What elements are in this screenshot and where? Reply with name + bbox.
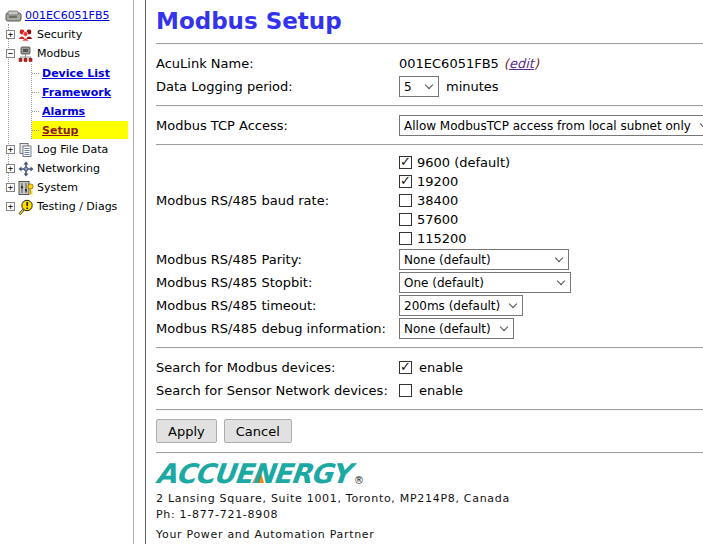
timeout-value: 200ms (default) xyxy=(404,299,500,313)
stopbit-row: Modbus RS/485 Stopbit: One (default) xyxy=(156,271,703,294)
baud-rate-row: Modbus RS/485 baud rate: 9600 (default) … xyxy=(156,153,703,248)
accuenergy-logo-text: ACCUENERGY xyxy=(155,461,352,487)
diagnostics-magnifier-icon: ! xyxy=(17,199,35,215)
sidebar-item-framework[interactable]: Framework xyxy=(32,83,133,101)
baud-19200-checkbox[interactable] xyxy=(399,175,412,188)
baud-option-label: 38400 xyxy=(417,193,458,208)
alarms-link[interactable]: Alarms xyxy=(42,105,85,118)
data-logging-select[interactable]: 5 xyxy=(399,76,439,97)
chevron-down-icon xyxy=(425,81,433,89)
accuenergy-logo: ACCUENERGY ® xyxy=(156,461,703,487)
edit-link[interactable]: edit xyxy=(509,56,534,71)
device-list-link[interactable]: Device List xyxy=(42,67,110,80)
debug-label: Modbus RS/485 debug information: xyxy=(156,321,399,336)
expand-icon[interactable]: + xyxy=(6,202,15,211)
chevron-down-icon xyxy=(509,300,517,308)
frame-divider xyxy=(134,0,146,544)
baud-option: 38400 xyxy=(399,191,510,210)
system-settings-icon xyxy=(17,180,35,196)
svg-text:!: ! xyxy=(25,200,29,210)
data-logging-value: 5 xyxy=(404,80,412,94)
modbus-network-icon xyxy=(17,46,35,62)
sidebar-item-label: System xyxy=(37,181,78,194)
timeout-select[interactable]: 200ms (default) xyxy=(399,295,523,316)
tree-stub xyxy=(32,130,39,131)
search-modbus-row: Search for Modbus devices: enable xyxy=(156,356,703,379)
baud-option: 57600 xyxy=(399,210,510,229)
baud-57600-checkbox[interactable] xyxy=(399,213,412,226)
sidebar-item-log-file-data[interactable]: + Log File Data xyxy=(6,140,133,159)
baud-38400-checkbox[interactable] xyxy=(399,194,412,207)
baud-rate-options: 9600 (default) 19200 38400 57600 115200 xyxy=(399,153,510,248)
logo-n-with-triangle: N xyxy=(251,461,275,487)
sidebar-item-label: Networking xyxy=(37,162,100,175)
divider xyxy=(156,144,703,146)
sidebar-item-device-list[interactable]: Device List xyxy=(32,64,133,82)
chevron-down-icon xyxy=(499,323,507,331)
apply-button[interactable]: Apply xyxy=(156,419,217,443)
modbus-subtree: Device List Framework Alarms Setup xyxy=(31,64,133,139)
sidebar-item-setup-selected[interactable]: Setup xyxy=(32,121,128,139)
expand-icon[interactable]: + xyxy=(6,164,15,173)
paren: ) xyxy=(534,56,539,71)
baud-115200-checkbox[interactable] xyxy=(399,232,412,245)
sidebar-item-label: Testing / Diags xyxy=(37,200,117,213)
registered-trademark: ® xyxy=(354,475,364,486)
baud-option-label: 19200 xyxy=(417,174,458,189)
baud-option-label: 57600 xyxy=(417,212,458,227)
data-logging-label: Data Logging period: xyxy=(156,79,399,94)
debug-row: Modbus RS/485 debug information: None (d… xyxy=(156,317,703,340)
data-logging-row: Data Logging period: 5 minutes xyxy=(156,75,703,98)
main-content: Modbus Setup AcuLink Name: 001EC6051FB5 … xyxy=(146,0,703,544)
sidebar-item-label: Security xyxy=(37,28,82,41)
divider xyxy=(156,105,703,107)
search-sensor-label: Search for Sensor Network devices: xyxy=(156,383,399,398)
tcp-access-value: Allow ModbusTCP access from local subnet… xyxy=(404,119,691,133)
device-icon xyxy=(5,8,23,24)
chevron-down-icon xyxy=(555,254,563,262)
aculink-name-label: AcuLink Name: xyxy=(156,56,399,71)
minutes-unit-label: minutes xyxy=(446,79,499,94)
sidebar-item-testing-diags[interactable]: + ! Testing / Diags xyxy=(6,197,133,216)
enable-label: enable xyxy=(419,360,463,375)
sidebar-item-system[interactable]: + System xyxy=(6,178,133,197)
parity-label: Modbus RS/485 Parity: xyxy=(156,252,399,267)
search-sensor-row: Search for Sensor Network devices: enabl… xyxy=(156,379,703,402)
divider xyxy=(156,452,703,454)
search-modbus-checkbox[interactable] xyxy=(399,361,412,374)
expand-icon[interactable]: + xyxy=(6,30,15,39)
log-file-icon xyxy=(17,142,35,158)
sidebar-item-networking[interactable]: + Networking xyxy=(6,159,133,178)
sidebar-item-security[interactable]: + Security xyxy=(6,25,133,44)
sidebar-item-label: Modbus xyxy=(37,47,80,60)
logo-n: N xyxy=(250,458,275,489)
cancel-button[interactable]: Cancel xyxy=(224,419,292,443)
expand-icon[interactable]: + xyxy=(6,145,15,154)
framework-link[interactable]: Framework xyxy=(42,86,111,99)
security-users-icon xyxy=(17,27,35,43)
stopbit-select[interactable]: One (default) xyxy=(399,272,571,293)
collapse-icon[interactable]: − xyxy=(6,49,15,58)
sidebar-item-alarms[interactable]: Alarms xyxy=(32,102,133,120)
tcp-access-row: Modbus TCP Access: Allow ModbusTCP acces… xyxy=(156,114,703,137)
baud-option-label: 115200 xyxy=(417,231,467,246)
debug-select[interactable]: None (default) xyxy=(399,318,514,339)
debug-value: None (default) xyxy=(404,322,491,336)
sidebar-item-modbus[interactable]: − Modbus xyxy=(6,44,133,63)
baud-9600-checkbox[interactable] xyxy=(399,156,412,169)
form-buttons: Apply Cancel xyxy=(156,419,703,443)
chevron-down-icon xyxy=(557,277,565,285)
logo-part2: ERGY xyxy=(272,458,352,489)
sidebar-item-label: Log File Data xyxy=(37,143,108,156)
aculink-name-value: 001EC6051FB5 xyxy=(399,56,499,71)
tree-stub xyxy=(32,73,39,74)
tcp-access-select[interactable]: Allow ModbusTCP access from local subnet… xyxy=(399,115,703,136)
parity-select[interactable]: None (default) xyxy=(399,249,569,270)
expand-icon[interactable]: + xyxy=(6,183,15,192)
search-sensor-checkbox[interactable] xyxy=(399,384,412,397)
tree-root-link[interactable]: 001EC6051FB5 xyxy=(25,9,110,22)
tree-stub xyxy=(32,111,39,112)
setup-link[interactable]: Setup xyxy=(42,124,78,137)
baud-rate-label: Modbus RS/485 baud rate: xyxy=(156,193,399,208)
chevron-down-icon xyxy=(700,120,703,128)
